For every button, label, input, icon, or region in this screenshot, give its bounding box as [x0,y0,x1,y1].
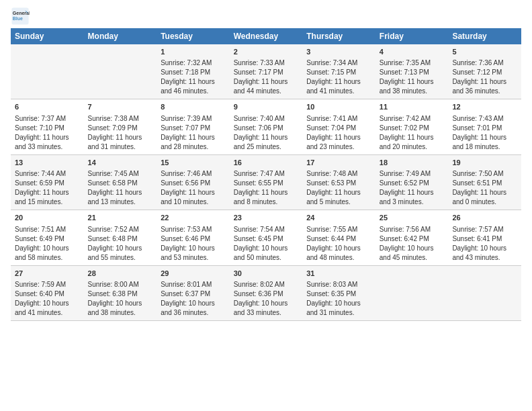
day-info: Sunrise: 7:43 AM Sunset: 7:01 PM Dayligh… [452,114,517,152]
day-cell: 19Sunrise: 7:50 AM Sunset: 6:51 PM Dayli… [448,154,521,210]
day-info: Sunrise: 7:41 AM Sunset: 7:04 PM Dayligh… [306,114,371,152]
day-number: 3 [306,47,371,57]
day-info: Sunrise: 7:32 AM Sunset: 7:18 PM Dayligh… [161,58,226,96]
day-number: 11 [380,102,445,112]
day-cell: 14Sunrise: 7:45 AM Sunset: 6:58 PM Dayli… [84,154,157,210]
day-number: 20 [15,213,80,223]
logo-icon: General Blue [11,7,30,26]
day-number: 10 [306,102,371,112]
day-info: Sunrise: 7:52 AM Sunset: 6:48 PM Dayligh… [88,225,153,263]
col-header-sunday: Sunday [11,28,84,44]
day-number: 18 [380,158,445,168]
day-cell: 28Sunrise: 8:00 AM Sunset: 6:38 PM Dayli… [84,265,157,320]
day-number: 24 [306,213,371,223]
day-info: Sunrise: 7:56 AM Sunset: 6:42 PM Dayligh… [380,225,445,263]
day-number: 27 [15,269,80,279]
day-cell: 15Sunrise: 7:46 AM Sunset: 6:56 PM Dayli… [157,154,230,210]
day-cell: 24Sunrise: 7:55 AM Sunset: 6:44 PM Dayli… [302,210,375,265]
day-number: 8 [161,102,226,112]
day-number: 21 [88,213,153,223]
day-info: Sunrise: 7:47 AM Sunset: 6:55 PM Dayligh… [234,169,299,207]
day-number: 4 [380,47,445,57]
day-info: Sunrise: 7:36 AM Sunset: 7:12 PM Dayligh… [452,58,517,96]
col-header-thursday: Thursday [302,28,375,44]
day-cell: 2Sunrise: 7:33 AM Sunset: 7:17 PM Daylig… [230,44,303,99]
day-cell: 16Sunrise: 7:47 AM Sunset: 6:55 PM Dayli… [230,154,303,210]
day-cell: 18Sunrise: 7:49 AM Sunset: 6:52 PM Dayli… [375,154,449,210]
calendar-header-row: SundayMondayTuesdayWednesdayThursdayFrid… [11,28,521,44]
header: General Blue [11,7,521,26]
day-number: 26 [452,213,517,223]
day-info: Sunrise: 7:54 AM Sunset: 6:45 PM Dayligh… [234,225,299,263]
day-info: Sunrise: 7:33 AM Sunset: 7:17 PM Dayligh… [234,58,299,96]
col-header-saturday: Saturday [448,28,521,44]
day-info: Sunrise: 7:55 AM Sunset: 6:44 PM Dayligh… [306,225,371,263]
col-header-friday: Friday [375,28,449,44]
week-row-1: 1Sunrise: 7:32 AM Sunset: 7:18 PM Daylig… [11,44,521,99]
day-number: 31 [306,269,371,279]
day-number: 14 [88,158,153,168]
day-cell [84,44,157,99]
day-cell: 17Sunrise: 7:48 AM Sunset: 6:53 PM Dayli… [302,154,375,210]
day-cell: 25Sunrise: 7:56 AM Sunset: 6:42 PM Dayli… [375,210,449,265]
page-container: General Blue SundayMondayTuesdayWednesda… [0,0,532,328]
day-number: 6 [15,102,80,112]
day-info: Sunrise: 8:02 AM Sunset: 6:36 PM Dayligh… [234,280,299,318]
day-number: 9 [234,102,299,112]
day-info: Sunrise: 8:00 AM Sunset: 6:38 PM Dayligh… [88,280,153,318]
day-cell: 26Sunrise: 7:57 AM Sunset: 6:41 PM Dayli… [448,210,521,265]
day-number: 13 [15,158,80,168]
day-cell: 20Sunrise: 7:51 AM Sunset: 6:49 PM Dayli… [11,210,84,265]
logo: General Blue [11,7,32,26]
svg-text:General: General [13,11,30,15]
day-info: Sunrise: 7:51 AM Sunset: 6:49 PM Dayligh… [15,225,80,263]
day-cell: 12Sunrise: 7:43 AM Sunset: 7:01 PM Dayli… [448,99,521,154]
svg-text:Blue: Blue [13,16,23,21]
day-number: 2 [234,47,299,57]
day-number: 1 [161,47,226,57]
day-cell [448,265,521,320]
day-info: Sunrise: 7:45 AM Sunset: 6:58 PM Dayligh… [88,169,153,207]
day-cell: 22Sunrise: 7:53 AM Sunset: 6:46 PM Dayli… [157,210,230,265]
day-info: Sunrise: 7:48 AM Sunset: 6:53 PM Dayligh… [306,169,371,207]
day-info: Sunrise: 7:59 AM Sunset: 6:40 PM Dayligh… [15,280,80,318]
col-header-tuesday: Tuesday [157,28,230,44]
day-cell [11,44,84,99]
day-info: Sunrise: 7:46 AM Sunset: 6:56 PM Dayligh… [161,169,226,207]
week-row-2: 6Sunrise: 7:37 AM Sunset: 7:10 PM Daylig… [11,99,521,154]
day-cell: 13Sunrise: 7:44 AM Sunset: 6:59 PM Dayli… [11,154,84,210]
day-number: 23 [234,213,299,223]
day-number: 28 [88,269,153,279]
week-row-3: 13Sunrise: 7:44 AM Sunset: 6:59 PM Dayli… [11,154,521,210]
day-cell: 9Sunrise: 7:40 AM Sunset: 7:06 PM Daylig… [230,99,303,154]
day-info: Sunrise: 7:53 AM Sunset: 6:46 PM Dayligh… [161,225,226,263]
day-info: Sunrise: 7:34 AM Sunset: 7:15 PM Dayligh… [306,58,371,96]
day-info: Sunrise: 7:35 AM Sunset: 7:13 PM Dayligh… [380,58,445,96]
day-number: 15 [161,158,226,168]
day-cell: 8Sunrise: 7:39 AM Sunset: 7:07 PM Daylig… [157,99,230,154]
day-cell: 4Sunrise: 7:35 AM Sunset: 7:13 PM Daylig… [375,44,449,99]
day-number: 7 [88,102,153,112]
day-info: Sunrise: 8:03 AM Sunset: 6:35 PM Dayligh… [306,280,371,318]
day-number: 25 [380,213,445,223]
day-cell: 10Sunrise: 7:41 AM Sunset: 7:04 PM Dayli… [302,99,375,154]
day-cell: 11Sunrise: 7:42 AM Sunset: 7:02 PM Dayli… [375,99,449,154]
day-cell: 21Sunrise: 7:52 AM Sunset: 6:48 PM Dayli… [84,210,157,265]
day-number: 19 [452,158,517,168]
day-number: 5 [452,47,517,57]
day-cell: 5Sunrise: 7:36 AM Sunset: 7:12 PM Daylig… [448,44,521,99]
day-cell: 31Sunrise: 8:03 AM Sunset: 6:35 PM Dayli… [302,265,375,320]
day-cell: 29Sunrise: 8:01 AM Sunset: 6:37 PM Dayli… [157,265,230,320]
day-cell: 23Sunrise: 7:54 AM Sunset: 6:45 PM Dayli… [230,210,303,265]
day-number: 22 [161,213,226,223]
week-row-4: 20Sunrise: 7:51 AM Sunset: 6:49 PM Dayli… [11,210,521,265]
week-row-5: 27Sunrise: 7:59 AM Sunset: 6:40 PM Dayli… [11,265,521,320]
day-cell [375,265,449,320]
day-info: Sunrise: 7:40 AM Sunset: 7:06 PM Dayligh… [234,114,299,152]
day-number: 12 [452,102,517,112]
day-cell: 27Sunrise: 7:59 AM Sunset: 6:40 PM Dayli… [11,265,84,320]
day-number: 17 [306,158,371,168]
day-info: Sunrise: 7:39 AM Sunset: 7:07 PM Dayligh… [161,114,226,152]
day-cell: 7Sunrise: 7:38 AM Sunset: 7:09 PM Daylig… [84,99,157,154]
day-info: Sunrise: 8:01 AM Sunset: 6:37 PM Dayligh… [161,280,226,318]
